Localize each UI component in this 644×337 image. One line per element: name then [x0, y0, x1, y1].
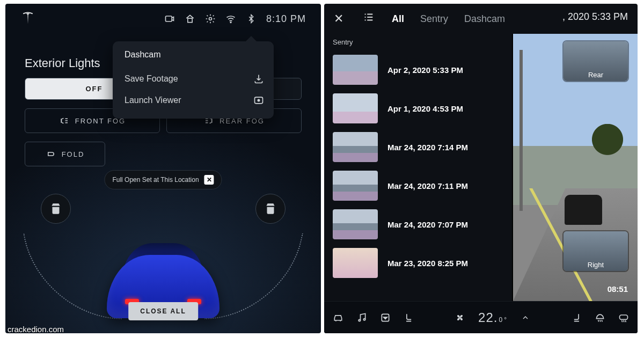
clip-thumbnail	[333, 132, 378, 162]
temp-decimal: 0	[499, 316, 503, 324]
bottom-dock: 22.0°	[324, 301, 638, 333]
fold-label: FOLD	[62, 150, 85, 158]
tab-all[interactable]: All	[392, 13, 404, 25]
wifi-icon[interactable]	[225, 13, 236, 24]
tab-dashcam[interactable]: Dashcam	[464, 13, 505, 25]
launch-viewer-label: Launch Viewer	[125, 96, 181, 105]
popover-title: Dashcam	[125, 50, 264, 60]
clip-thumbnail	[333, 248, 378, 278]
clip-thumbnail	[333, 209, 378, 239]
svg-rect-1	[188, 18, 192, 22]
clock: 8:10 PM	[266, 13, 306, 25]
chip-label: Full Open Set at This Location	[112, 176, 199, 184]
pip-rear-label: Rear	[588, 71, 603, 79]
clip-item[interactable]: Apr 2, 2020 5:33 PM	[330, 50, 512, 89]
launch-viewer-row[interactable]: Launch Viewer	[125, 90, 264, 111]
svg-point-3	[230, 22, 231, 23]
save-footage-row[interactable]: Save Footage	[125, 68, 264, 90]
fold-mirrors-button[interactable]: FOLD	[25, 142, 105, 166]
vehicle-visual: CLOSE ALL	[5, 183, 321, 333]
fan-icon[interactable]	[455, 312, 465, 323]
defrost-front-icon[interactable]	[595, 312, 605, 323]
clip-list-label: Sentry	[330, 36, 512, 50]
elapsed-time: 08:51	[608, 284, 628, 294]
car-icon[interactable]	[333, 312, 343, 323]
watermark: crackedion.com	[8, 325, 64, 334]
clip-list[interactable]: Sentry Apr 2, 2020 5:33 PM Apr 1, 2020 4…	[324, 34, 512, 301]
defrost-rear-icon[interactable]	[618, 312, 629, 323]
homelink-icon[interactable]	[185, 13, 195, 24]
dashcam-popover: Dashcam Save Footage Launch Viewer	[113, 41, 274, 119]
settings-gear-icon[interactable]	[205, 13, 216, 24]
clip-item[interactable]: Mar 24, 2020 7:11 PM	[330, 166, 512, 205]
music-icon[interactable]	[356, 312, 367, 323]
clip-timestamp: Apr 1, 2020 4:53 PM	[387, 104, 463, 113]
mirror-icon	[46, 149, 56, 159]
cabin-temp[interactable]: 22.0°	[478, 310, 507, 325]
status-tray: 8:10 PM	[164, 13, 306, 25]
clip-item[interactable]: Mar 24, 2020 7:07 PM	[330, 205, 512, 244]
playback-timestamp: , 2020 5:33 PM	[562, 11, 628, 23]
svg-rect-9	[620, 315, 628, 319]
clip-timestamp: Mar 24, 2020 7:07 PM	[387, 220, 468, 229]
scene-tree	[590, 124, 625, 158]
status-bar: 8:10 PM	[5, 4, 321, 30]
clip-thumbnail	[333, 93, 378, 123]
clip-timestamp: Mar 24, 2020 7:11 PM	[387, 181, 468, 191]
svg-rect-0	[165, 16, 172, 21]
save-footage-label: Save Footage	[125, 74, 178, 84]
clip-thumbnail	[333, 55, 378, 85]
viewer-icon	[253, 95, 264, 106]
svg-point-7	[363, 318, 365, 320]
seat-right-icon[interactable]	[571, 312, 582, 323]
temp-value: 22.	[478, 310, 497, 325]
scene-pole	[519, 50, 523, 211]
video-player[interactable]: Rear Right 08:51	[512, 34, 638, 301]
seat-left-icon[interactable]	[404, 312, 414, 323]
close-viewer-button[interactable]: ✕	[332, 12, 346, 26]
bluetooth-icon[interactable]	[246, 13, 257, 24]
charge-port-left[interactable]	[41, 194, 71, 224]
controls-screen: 8:10 PM Dashcam Save Footage Launch View…	[5, 4, 321, 333]
front-fog-icon	[59, 115, 70, 126]
charge-port-right[interactable]	[255, 194, 286, 224]
scene-vehicle	[565, 195, 602, 225]
clip-item[interactable]: Mar 24, 2020 7:14 PM	[330, 128, 512, 166]
dashcam-viewer-screen: , 2020 5:33 PM ✕ All Sentry Dashcam Sent…	[324, 4, 638, 333]
pip-rear-camera[interactable]: Rear	[564, 41, 628, 81]
dashcam-status-icon[interactable]	[164, 13, 175, 24]
close-all-button[interactable]: CLOSE ALL	[128, 302, 198, 320]
tesla-logo-icon	[20, 10, 35, 27]
clip-timestamp: Mar 24, 2020 7:14 PM	[387, 143, 468, 152]
pip-right-camera[interactable]: Right	[564, 231, 628, 271]
svg-point-2	[209, 18, 211, 20]
clip-timestamp: Apr 2, 2020 5:33 PM	[387, 65, 463, 75]
clip-thumbnail	[333, 171, 378, 201]
clip-timestamp: Mar 23, 2020 8:25 PM	[387, 259, 468, 268]
svg-point-6	[358, 319, 360, 321]
clip-item[interactable]: Mar 23, 2020 8:25 PM	[330, 244, 512, 282]
svg-point-5	[258, 99, 259, 101]
tab-sentry[interactable]: Sentry	[420, 13, 448, 25]
list-view-icon[interactable]	[362, 11, 376, 26]
pip-right-label: Right	[588, 261, 604, 269]
app-launcher-icon[interactable]	[380, 312, 391, 323]
download-icon	[253, 74, 264, 84]
clip-item[interactable]: Apr 1, 2020 4:53 PM	[330, 89, 512, 128]
chevron-up-icon[interactable]	[520, 312, 531, 323]
